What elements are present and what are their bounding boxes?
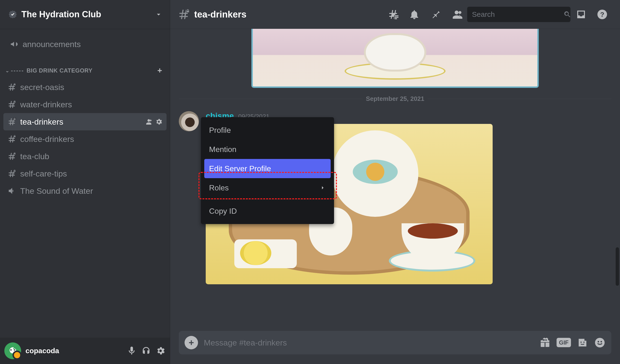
help-button[interactable]: ? [596, 9, 608, 20]
gif-button[interactable]: GIF [557, 339, 571, 346]
svg-text:?: ? [600, 11, 604, 18]
hash-lock-icon [7, 117, 20, 126]
ctx-separator [206, 199, 329, 200]
message-input[interactable] [204, 338, 533, 348]
divider-date: September 25, 2021 [363, 95, 428, 102]
scrollbar[interactable] [616, 247, 619, 286]
channel-the-sound-of-water[interactable]: The Sound of Water [3, 182, 167, 200]
date-divider: September 25, 2021 [179, 88, 611, 102]
channel-title: tea-drinkers [194, 9, 383, 20]
channel-tea-club[interactable]: tea-club [3, 148, 167, 165]
category-header[interactable]: ⌄ ----- BIG DRINK CATEGORY + [3, 59, 167, 78]
app-root: The Hydration Club announcements ⌄ -----… [0, 0, 620, 364]
channel-label: announcements [23, 40, 163, 49]
ctx-profile[interactable]: Profile [204, 120, 331, 140]
hash-lock-icon [7, 134, 20, 144]
composer-area: + GIF [170, 331, 620, 364]
add-channel-button[interactable]: + [157, 66, 162, 75]
deafen-button[interactable] [141, 346, 151, 356]
channel-water-drinkers[interactable]: water-drinkers [3, 96, 167, 113]
inbox-button[interactable] [575, 9, 587, 20]
ctx-copy-id[interactable]: Copy ID [204, 202, 331, 221]
svg-point-17 [598, 341, 599, 342]
hash-lock-icon [7, 152, 20, 161]
channel-label: The Sound of Water [20, 186, 163, 196]
server-header[interactable]: The Hydration Club [0, 0, 170, 29]
megaphone-icon [10, 39, 23, 49]
gear-icon[interactable] [155, 118, 163, 126]
channel-label: self-care-tips [20, 169, 163, 178]
channel-self-care-tips[interactable]: self-care-tips [3, 165, 167, 182]
server-name: The Hydration Club [21, 9, 155, 19]
user-context-menu: Profile Mention Edit Server Profile Role… [201, 117, 334, 224]
chat-scroll[interactable]: September 25, 2021 chisme 09/25/2021 [170, 29, 620, 331]
search-icon [563, 10, 572, 18]
channel-label: tea-club [20, 152, 163, 161]
user-avatar[interactable] [4, 342, 21, 359]
speaker-icon [7, 186, 20, 195]
ctx-roles[interactable]: Roles [204, 178, 331, 197]
svg-point-9 [14, 349, 15, 350]
channel-label: water-drinkers [20, 100, 163, 109]
search-input[interactable] [472, 10, 563, 18]
svg-point-16 [595, 338, 604, 348]
attach-button[interactable]: + [185, 336, 198, 349]
hash-lock-icon [177, 8, 190, 21]
settings-button[interactable] [155, 346, 166, 356]
server-verified-icon [8, 10, 17, 19]
svg-point-18 [601, 341, 602, 342]
message-attachment-image[interactable] [251, 29, 539, 88]
user-panel: copacoda [0, 338, 170, 364]
message-composer[interactable]: + GIF [179, 331, 611, 354]
svg-point-14 [580, 341, 582, 343]
svg-point-7 [10, 349, 12, 350]
ctx-edit-server-profile[interactable]: Edit Server Profile [204, 159, 331, 178]
threads-button[interactable] [388, 9, 399, 20]
chevron-down-icon: ⌄ [5, 68, 10, 73]
notifications-button[interactable] [408, 9, 420, 20]
hash-lock-icon [7, 83, 20, 92]
username: copacoda [26, 347, 122, 355]
category-name: BIG DRINK CATEGORY [26, 67, 157, 74]
ctx-mention[interactable]: Mention [204, 140, 331, 159]
channel-sidebar: The Hydration Club announcements ⌄ -----… [0, 0, 170, 364]
channel-label: secret-oasis [20, 83, 163, 92]
create-invite-icon[interactable] [145, 118, 153, 126]
channel-label: tea-drinkers [20, 117, 145, 127]
pinned-button[interactable] [430, 9, 441, 20]
members-button[interactable] [451, 9, 462, 20]
chevron-right-icon [320, 185, 326, 191]
channel-announcements[interactable]: announcements [6, 36, 167, 53]
svg-point-15 [583, 341, 584, 343]
channel-secret-oasis[interactable]: secret-oasis [3, 78, 167, 96]
emoji-button[interactable] [594, 337, 605, 349]
hash-lock-icon [7, 169, 20, 178]
channel-label: coffee-drinkers [20, 134, 163, 144]
search-box[interactable] [467, 7, 571, 22]
gift-button[interactable] [539, 337, 551, 349]
channel-list: announcements ⌄ ----- BIG DRINK CATEGORY… [0, 29, 170, 338]
category-dashes: ----- [11, 67, 24, 74]
channel-topbar: tea-drinkers ? [170, 0, 620, 29]
channel-tea-drinkers[interactable]: tea-drinkers [3, 113, 167, 130]
channel-coffee-drinkers[interactable]: coffee-drinkers [3, 130, 167, 148]
hash-lock-icon [7, 100, 20, 109]
message-author-avatar[interactable] [179, 111, 199, 131]
mute-button[interactable] [127, 346, 137, 356]
chevron-down-icon [155, 10, 163, 18]
main-area: tea-drinkers ? [170, 0, 620, 364]
sticker-button[interactable] [577, 337, 588, 349]
